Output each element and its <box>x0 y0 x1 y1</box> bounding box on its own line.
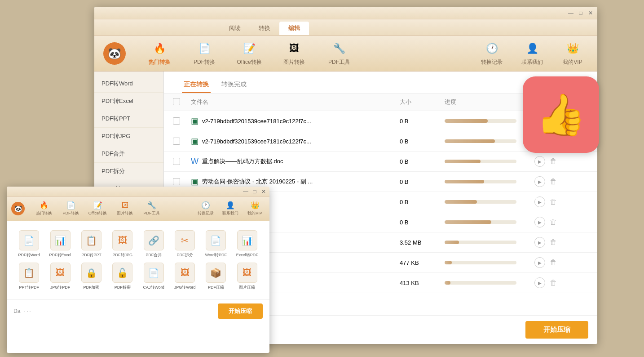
panda-icon: 🐼 <box>108 47 121 60</box>
delete-button-6[interactable]: 🗑 <box>550 218 557 226</box>
tab-converting[interactable]: 正在转换 <box>182 77 211 93</box>
pdf-word-box: 📄 <box>19 230 39 250</box>
icon-item-pdf-excel[interactable]: 📊 PDF转Excel <box>47 230 73 258</box>
file-checkbox-1[interactable] <box>173 117 180 125</box>
play-button-5[interactable]: ▶ <box>534 196 545 207</box>
pdf-tools-icon: 🔧 <box>331 40 347 57</box>
sidebar-item-pdf-word[interactable]: PDF转Word <box>94 75 163 93</box>
sec-toolbar-image[interactable]: 🖼 图片转换 <box>115 201 135 216</box>
icon-item-pdf-jpg[interactable]: 🖼 PDF转JPG <box>109 230 136 258</box>
secondary-maximize-button[interactable]: □ <box>251 188 258 195</box>
sec-vip[interactable]: 👑 我的VIP <box>245 201 265 216</box>
delete-button-3[interactable]: 🗑 <box>550 157 557 165</box>
action-buttons-3: ▶ 🗑 <box>534 156 588 167</box>
file-checkbox-2[interactable] <box>173 138 180 145</box>
progress-fill-6 <box>445 220 491 224</box>
tab-convert[interactable]: 转换 <box>250 22 279 35</box>
pdf-excel-label: PDF转Excel <box>49 252 71 258</box>
icon-item-pdf-compress[interactable]: 📦 PDF压缩 <box>203 263 229 290</box>
tab-read[interactable]: 阅读 <box>220 22 250 35</box>
row-size-7: 3.52 MB <box>400 239 445 246</box>
sidebar-item-pdf-jpg[interactable]: PDF转JPG <box>94 128 163 145</box>
start-compress-button[interactable]: 开始压缩 <box>525 321 588 339</box>
icon-item-pdf-encrypt[interactable]: 🔒 PDF加密 <box>78 263 105 290</box>
action-buttons-5: ▶ 🗑 <box>534 196 588 207</box>
secondary-title-controls: — □ ✕ <box>243 188 267 195</box>
delete-button-8[interactable]: 🗑 <box>550 259 557 267</box>
sec-contact[interactable]: 👤 联系我们 <box>220 201 240 216</box>
file-checkbox-3[interactable] <box>173 158 180 165</box>
row-action-5: ▶ 🗑 <box>534 196 588 207</box>
icon-item-jpg-pdf[interactable]: 🖼 JPG转PDF <box>47 263 73 290</box>
sec-office-icon: 📝 <box>93 201 102 210</box>
play-button-8[interactable]: ▶ <box>534 257 545 268</box>
jpg-pdf-label: JPG转PDF <box>50 285 71 290</box>
toolbar-pdf-convert[interactable]: 📄 PDF转换 <box>189 40 220 66</box>
play-button-7[interactable]: ▶ <box>534 237 545 248</box>
word-icon-3: W <box>191 157 198 166</box>
toolbar-vip[interactable]: 👑 我的VIP <box>557 40 588 66</box>
close-button[interactable]: ✕ <box>587 10 594 16</box>
maximize-button[interactable]: □ <box>578 10 584 16</box>
icon-item-ppt-pdf[interactable]: 📋 PPT转PDF <box>16 263 42 290</box>
minimize-button[interactable]: — <box>568 10 574 16</box>
sidebar-item-pdf-split[interactable]: PDF拆分 <box>94 163 163 180</box>
secondary-close-button[interactable]: ✕ <box>260 188 267 195</box>
icon-item-pdf-merge[interactable]: 🔗 PDF合并 <box>141 230 167 258</box>
sec-history[interactable]: 🕐 转换记录 <box>195 201 216 216</box>
sidebar-item-pdf-excel[interactable]: PDF转Excel <box>94 93 163 110</box>
top-nav-tabs: 阅读 转换 编辑 <box>94 19 597 36</box>
icon-item-pdf-split[interactable]: ✂ PDF拆分 <box>172 230 198 258</box>
vip-label: 我的VIP <box>563 58 582 66</box>
icon-item-excel-pdf[interactable]: 📊 Excel转PDF <box>234 230 260 258</box>
delete-button-4[interactable]: 🗑 <box>550 178 557 186</box>
sec-toolbar-tools[interactable]: 🔧 PDF工具 <box>141 201 162 216</box>
sec-toolbar-office[interactable]: 📝 Office转换 <box>88 201 108 216</box>
icon-item-pdf-decrypt[interactable]: 🔓 PDF解密 <box>109 263 136 290</box>
row-action-9: ▶ 🗑 <box>534 277 588 288</box>
sec-toolbar-hot[interactable]: 🔥 热门转换 <box>34 201 54 216</box>
row-filename-3: W 重点解决——乱码万方数据.doc <box>191 157 400 166</box>
select-all-checkbox[interactable] <box>173 98 180 105</box>
icon-item-image-compress[interactable]: 🖼 图片压缩 <box>234 263 260 290</box>
sidebar-item-pdf-ppt[interactable]: PDF转PPT <box>94 110 163 128</box>
toolbar-office-convert[interactable]: 📝 Office转换 <box>234 40 265 66</box>
delete-button-9[interactable]: 🗑 <box>550 279 557 287</box>
toolbar-pdf-tools[interactable]: 🔧 PDF工具 <box>323 40 355 66</box>
play-button-3[interactable]: ▶ <box>534 156 545 167</box>
secondary-start-button[interactable]: 开始压缩 <box>218 303 263 319</box>
progress-fill-5 <box>445 200 477 204</box>
play-button-6[interactable]: ▶ <box>534 217 545 228</box>
image-compress-label: 图片压缩 <box>239 285 255 290</box>
delete-button-7[interactable]: 🗑 <box>550 238 557 246</box>
row-check-2 <box>173 138 191 145</box>
icon-item-caj-word[interactable]: 📄 CAJ转Word <box>141 263 167 290</box>
icon-item-pdf-word[interactable]: 📄 PDF转Word <box>16 230 42 258</box>
icon-item-word-pdf[interactable]: 📄 Word转PDF <box>203 230 229 258</box>
toolbar-hot-convert[interactable]: 🔥 热门转换 <box>144 40 175 66</box>
icon-item-jpg-word[interactable]: 🖼 JPG转Word <box>172 263 198 290</box>
play-button-4[interactable]: ▶ <box>534 176 545 187</box>
icon-item-pdf-ppt[interactable]: 📋 PDF转PPT <box>78 230 105 258</box>
action-buttons-8: ▶ 🗑 <box>534 257 588 268</box>
secondary-minimize-button[interactable]: — <box>243 188 249 195</box>
sidebar-item-pdf-merge[interactable]: PDF合并 <box>94 145 163 163</box>
tab-edit[interactable]: 编辑 <box>279 22 309 35</box>
excel-pdf-box: 📊 <box>237 230 257 250</box>
row-progress-5 <box>445 200 534 204</box>
sec-toolbar-pdf[interactable]: 📄 PDF转换 <box>61 201 81 216</box>
sec-vip-icon: 👑 <box>251 201 260 210</box>
toolbar-image-convert[interactable]: 🖼 图片转换 <box>278 40 310 66</box>
play-button-9[interactable]: ▶ <box>534 277 545 288</box>
word-pdf-box: 📄 <box>206 230 226 250</box>
toolbar-contact[interactable]: 👤 联系我们 <box>516 40 548 66</box>
toolbar-convert-history[interactable]: 🕐 转换记录 <box>476 40 507 66</box>
tab-convert-done[interactable]: 转换完成 <box>220 77 248 93</box>
row-size-1: 0 B <box>400 118 445 125</box>
pdf-tools-label: PDF工具 <box>328 58 350 66</box>
sec-contact-label: 联系我们 <box>222 210 238 216</box>
delete-button-5[interactable]: 🗑 <box>550 198 557 206</box>
row-check-3 <box>173 158 191 165</box>
file-checkbox-4[interactable] <box>173 178 180 185</box>
progress-fill-4 <box>445 180 484 183</box>
